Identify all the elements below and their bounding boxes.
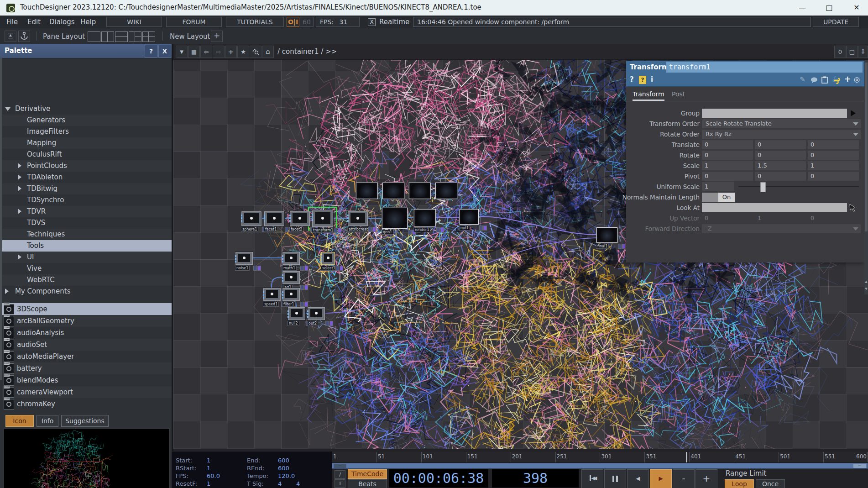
- palette-tree-item-oculusrift[interactable]: OculusRift: [2, 149, 172, 160]
- tree-collapsed-icon[interactable]: [18, 254, 21, 260]
- scroll-up-icon[interactable]: ▲: [864, 280, 868, 283]
- param-value-field[interactable]: 0: [702, 140, 753, 149]
- param-value-field[interactable]: 0: [808, 151, 859, 160]
- menu-help[interactable]: Help: [78, 17, 98, 26]
- pencil-icon[interactable]: ✎: [800, 75, 805, 84]
- menu-file[interactable]: File: [5, 17, 20, 26]
- wiki-button[interactable]: WIKI: [106, 17, 162, 27]
- update-button[interactable]: UPDATE: [813, 17, 859, 27]
- node-geo1[interactable]: geo1: [382, 208, 408, 229]
- tree-collapsed-icon[interactable]: [18, 209, 21, 214]
- minimize-button[interactable]: —: [793, 2, 811, 14]
- palette-tree-item-ui[interactable]: UI: [2, 252, 172, 263]
- tree-collapsed-icon[interactable]: [18, 163, 21, 168]
- palette-tab-info[interactable]: Info: [37, 415, 58, 427]
- split-pane-icon[interactable]: ⇩: [858, 46, 868, 58]
- maximize-pane-icon[interactable]: □: [846, 46, 858, 58]
- search-network-icon[interactable]: [250, 46, 261, 58]
- timeline-info-value[interactable]: 1: [207, 465, 210, 472]
- node-noise1[interactable]: noise1: [235, 252, 253, 265]
- component-item-audioanalysis[interactable]: COMPaudioAnalysis: [2, 327, 172, 339]
- breadcrumb[interactable]: / container1 / >>: [277, 47, 337, 56]
- toggle-off-half[interactable]: [702, 193, 718, 202]
- node-null2[interactable]: null2: [288, 307, 305, 320]
- parameter-scrollbar[interactable]: ▲ ▼: [864, 61, 868, 294]
- palette-tree-item-tdsynchro[interactable]: TDSynchro: [2, 194, 172, 206]
- layout-quad-icon[interactable]: [142, 31, 155, 42]
- param-value-field[interactable]: 1: [702, 161, 753, 170]
- node-thumbnail[interactable]: [382, 183, 404, 199]
- param-dropdown[interactable]: Scale Rotate Translate: [702, 119, 861, 128]
- group-picker-arrow-icon[interactable]: [851, 110, 856, 116]
- component-item-cameraviewport[interactable]: COMPcameraViewport: [2, 386, 172, 398]
- add-operator-icon[interactable]: +: [225, 46, 237, 58]
- bookmark-star-icon[interactable]: ★: [237, 46, 249, 58]
- once-button[interactable]: Once: [756, 479, 785, 488]
- node-filter1[interactable]: filter1: [282, 288, 300, 301]
- palette-tab-suggestions[interactable]: Suggestions: [61, 415, 109, 427]
- palette-tree-item-pointclouds[interactable]: PointClouds: [2, 160, 172, 172]
- palette-tree-item-mapping[interactable]: Mapping: [2, 137, 172, 149]
- tab-transform[interactable]: Transform: [633, 90, 664, 101]
- timeline-info-value[interactable]: 1: [207, 457, 210, 464]
- palette-tree-item-generators[interactable]: Generators: [2, 115, 172, 126]
- add-parameter-icon[interactable]: +: [844, 74, 851, 84]
- help-icon[interactable]: ?: [630, 75, 634, 84]
- forum-button[interactable]: FORUM: [166, 17, 222, 27]
- palette-tree-item-tdvs[interactable]: TDVS: [2, 217, 172, 229]
- play-reverse-button[interactable]: ◀: [627, 469, 649, 488]
- io-flag-button[interactable]: O|I: [287, 17, 299, 27]
- timecode-tab[interactable]: TimeCode: [348, 469, 387, 479]
- anchor-icon[interactable]: [18, 31, 30, 42]
- timeline-i-button[interactable]: I: [335, 479, 345, 488]
- param-dropdown[interactable]: Rx Ry Rz: [702, 130, 861, 139]
- layout-one-plus-two-icon[interactable]: [129, 31, 141, 42]
- palette-help-button[interactable]: ?: [145, 45, 157, 58]
- home-icon[interactable]: ⌂: [262, 46, 274, 58]
- palette-tree-item-tdableton[interactable]: TDAbleton: [2, 172, 172, 183]
- param-value-field[interactable]: 0: [702, 151, 753, 160]
- param-value-field[interactable]: 0: [808, 140, 859, 149]
- tab-post[interactable]: Post: [672, 90, 685, 98]
- realtime-checkbox[interactable]: X: [368, 18, 376, 26]
- back-arrow-icon[interactable]: ⇦: [200, 46, 212, 58]
- menu-dialogs[interactable]: Dialogs: [47, 17, 77, 26]
- node-facet1[interactable]: facet1: [264, 211, 284, 226]
- close-button[interactable]: ✕: [847, 2, 866, 14]
- node-attribcreate1[interactable]: attribcreate1: [348, 211, 368, 226]
- help-python-icon[interactable]: ?: [639, 76, 646, 84]
- stop-icon[interactable]: ■: [188, 46, 200, 58]
- node-sphere1[interactable]: sphere1: [241, 211, 261, 226]
- palette-tree-item-tdbitwig[interactable]: TDBitwig: [2, 183, 172, 194]
- tree-collapsed-icon[interactable]: [18, 186, 21, 191]
- pane-type-dropdown-icon[interactable]: ▼: [176, 46, 188, 58]
- tutorials-button[interactable]: TUTORIALS: [226, 17, 284, 27]
- python-icon[interactable]: [832, 76, 840, 86]
- slider-track[interactable]: [738, 186, 859, 187]
- timeline-slash-button[interactable]: /: [335, 470, 345, 479]
- slider-handle[interactable]: [760, 182, 766, 192]
- toggle-on-half[interactable]: On: [718, 193, 735, 202]
- collapse-window-icon[interactable]: [5, 31, 16, 42]
- menu-edit[interactable]: Edit: [26, 17, 42, 26]
- scroll-down-icon[interactable]: ▼: [864, 287, 868, 291]
- timeline-info-value[interactable]: 120.0: [278, 472, 295, 479]
- info-icon[interactable]: i: [651, 75, 653, 84]
- component-item-battery[interactable]: COMPbattery: [2, 362, 172, 374]
- timeline-info-value[interactable]: 4: [278, 480, 282, 487]
- range-left-grip[interactable]: ···: [334, 464, 346, 468]
- param-value-field[interactable]: 1: [702, 182, 734, 191]
- component-item-3dscope[interactable]: COMP3DScope: [2, 303, 172, 315]
- timeline-ruler[interactable]: 151101151201251301351401451501551600: [332, 452, 868, 463]
- tree-expanded-icon[interactable]: [5, 107, 10, 111]
- palette-tree-item-webrtc[interactable]: WebRTC: [2, 274, 172, 286]
- maximize-button[interactable]: □: [820, 2, 838, 14]
- node-transform1[interactable]: transform1: [312, 210, 333, 227]
- component-item-automediaplayer[interactable]: COMPautoMediaPlayer: [2, 351, 172, 362]
- node-speed1[interactable]: speed1: [263, 288, 281, 301]
- palette-tree-item-tools[interactable]: Tools: [2, 240, 172, 252]
- timeline-info-value[interactable]: 1: [207, 480, 210, 487]
- timeline-info-value[interactable]: 4: [296, 480, 300, 487]
- node-render1[interactable]: render1: [414, 209, 436, 226]
- clipboard-icon[interactable]: [821, 76, 828, 85]
